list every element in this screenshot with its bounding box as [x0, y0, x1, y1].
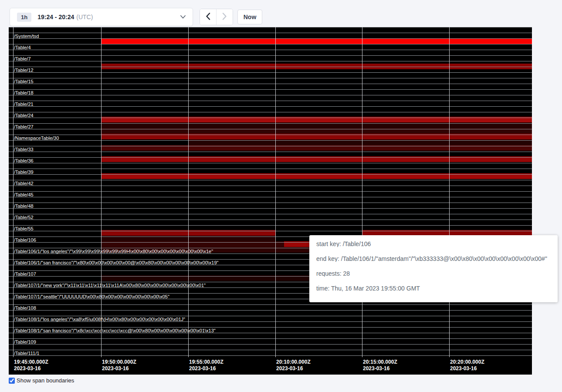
span-boundary-line [9, 208, 532, 209]
x-axis-tick-time: 20:20:00.000Z [450, 359, 484, 365]
span-boundary-line [9, 203, 532, 203]
x-axis-tick-date: 2023-03-16 [189, 365, 223, 372]
span-boundary-line [9, 157, 532, 158]
span-boundary-line [9, 327, 532, 328]
span-boundary-line [9, 163, 532, 163]
x-axis-tick: 19:55:00.000Z2023-03-16 [189, 359, 223, 372]
row-label: /Table/108/1/"los angeles"/"\xa8\xf5\u00… [14, 317, 185, 322]
x-axis-tick: 19:50:00.000Z2023-03-16 [102, 359, 136, 372]
time-gridline [449, 27, 450, 357]
row-label: /Table/18 [14, 91, 34, 95]
row-label: /Table/45 [14, 193, 34, 197]
span-boundary-line [9, 220, 532, 220]
row-label: /NamespaceTable/30 [14, 136, 59, 141]
time-range-selector[interactable]: 1h 19:24 - 20:24 (UTC) [10, 8, 193, 26]
x-axis-tick: 20:15:00.000Z2023-03-16 [363, 359, 397, 372]
row-label: /Table/111/1 [14, 351, 39, 356]
row-label: /Table/39 [14, 170, 34, 175]
now-button[interactable]: Now [237, 10, 262, 24]
span-boundary-line [9, 106, 532, 107]
time-gridline [275, 27, 276, 357]
row-label: /Table/109 [14, 340, 36, 345]
tooltip-requests: requests: 28 [316, 270, 551, 277]
time-gridline [188, 27, 189, 357]
x-axis-tick-time: 19:50:00.000Z [102, 359, 136, 365]
span-boundary-line [9, 50, 532, 50]
x-axis-tick-time: 19:45:00.000Z [14, 359, 48, 365]
key-visualizer-canvas[interactable]: /System/tsd/Table/4/Table/7/Table/12/Tab… [9, 27, 532, 375]
span-boundary-line [9, 129, 532, 129]
show-span-boundaries-row: Show span boundaries [9, 377, 74, 384]
span-boundary-line [9, 55, 532, 56]
row-label: /Table/21 [14, 102, 34, 107]
x-axis-tick: 20:20:00.000Z2023-03-16 [450, 359, 484, 372]
prev-range-button[interactable] [200, 9, 216, 25]
row-label: /Table/52 [14, 215, 34, 220]
row-label: /System/tsd [14, 34, 39, 39]
span-boundary-line [9, 33, 532, 33]
span-boundary-line [9, 118, 532, 118]
row-label: /Table/106/1/"los angeles"/"\x99\x99\x99… [14, 249, 213, 254]
span-boundary-line [9, 112, 532, 112]
chevron-left-icon [206, 13, 210, 21]
x-axis-tick-time: 20:10:00.000Z [276, 359, 311, 365]
row-label: /Table/7 [14, 57, 31, 61]
span-boundary-line [9, 350, 532, 350]
span-boundary-line [9, 316, 532, 316]
span-boundary-line [9, 152, 532, 152]
time-gridline [13, 27, 14, 357]
x-axis-tick-date: 2023-03-16 [102, 365, 136, 372]
span-boundary-line [9, 67, 532, 67]
row-label: /Table/42 [14, 181, 34, 186]
span-boundary-line [9, 191, 532, 192]
x-axis-tick: 19:45:00.000Z2023-03-16 [14, 359, 48, 372]
row-label: /Table/108/1/"san francisco"/"\x8c\xcc\x… [14, 328, 216, 333]
span-boundary-line [9, 214, 532, 214]
span-boundary-line [9, 140, 532, 141]
span-boundary-line [9, 146, 532, 146]
span-boundary-line [9, 135, 532, 135]
x-axis-tick-time: 20:15:00.000Z [363, 359, 397, 365]
span-boundary-line [9, 344, 532, 345]
row-label: /Table/106 [14, 238, 36, 243]
span-boundary-line [9, 61, 532, 61]
row-label: /Table/107/1/"new york"/"\x11\x11\x11\x1… [14, 283, 206, 288]
x-axis-tick-date: 2023-03-16 [14, 365, 48, 372]
span-boundary-line [9, 304, 532, 305]
heat-band [101, 38, 532, 44]
span-boundary-line [9, 338, 532, 339]
row-label: /Table/27 [14, 125, 34, 129]
time-range-timezone: (UTC) [76, 14, 93, 20]
row-label: /Table/15 [14, 79, 34, 84]
show-span-boundaries-checkbox[interactable] [9, 378, 15, 384]
chevron-down-icon [180, 15, 186, 19]
span-boundary-line [9, 27, 532, 27]
span-boundary-line [9, 84, 532, 84]
x-axis-tick-date: 2023-03-16 [450, 365, 484, 372]
next-range-button[interactable] [216, 9, 233, 25]
tooltip-start-key: start key: /Table/106 [316, 241, 551, 247]
span-boundary-line [9, 78, 532, 78]
span-boundary-line [9, 231, 532, 231]
span-boundary-line [9, 355, 532, 356]
span-boundary-line [9, 197, 532, 197]
span-boundary-line [9, 225, 532, 226]
span-boundary-line [9, 101, 532, 101]
time-gridline [101, 27, 102, 357]
span-boundary-line [9, 38, 532, 39]
tooltip-time: time: Thu, 16 Mar 2023 19:55:00 GMT [316, 285, 551, 291]
row-label: /Table/106/1/"san francisco"/"\x80\x00\x… [14, 260, 219, 265]
span-boundary-line [9, 180, 532, 180]
span-boundary-line [9, 186, 532, 186]
x-axis-tick-date: 2023-03-16 [363, 365, 397, 372]
time-range-text: 19:24 - 20:24 [37, 14, 74, 20]
span-boundary-line [9, 174, 532, 175]
span-boundary-line [9, 95, 532, 95]
x-axis-tick: 20:10:00.000Z2023-03-16 [276, 359, 311, 372]
row-label: /Table/107/1/"seattle"/"UUUUUUD\x00\x80\… [14, 294, 169, 299]
row-label: /Table/36 [14, 159, 34, 163]
tooltip-end-key: end key: /Table/106/1/"amsterdam"/"\xb33… [316, 256, 551, 262]
row-label: /Table/12 [14, 68, 34, 73]
row-label: /Table/48 [14, 204, 34, 209]
row-label: /Table/4 [14, 45, 31, 50]
